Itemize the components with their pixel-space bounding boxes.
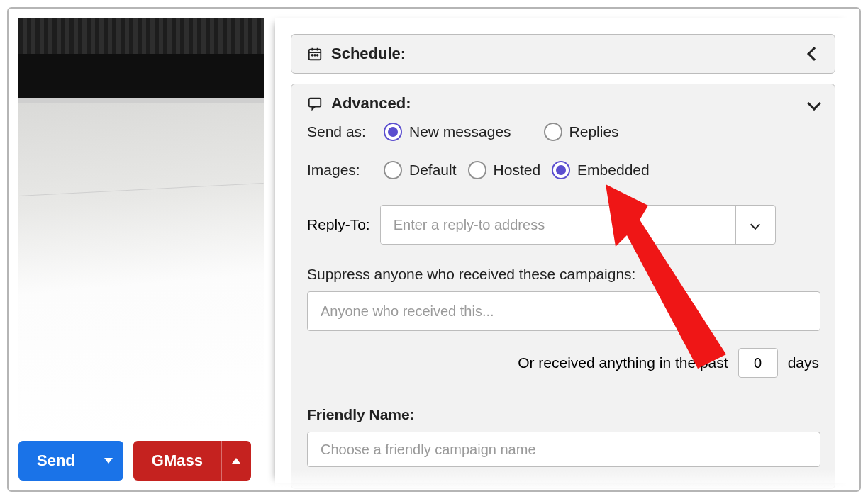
send-as-label: Send as:: [307, 123, 372, 140]
compose-image-preview: [18, 18, 264, 431]
gmass-button-label: GMass: [152, 452, 203, 470]
reply-to-row: Reply-To:: [291, 205, 835, 245]
past-days-row: Or received anything in the past days: [291, 348, 835, 378]
schedule-section[interactable]: Schedule:: [291, 34, 835, 74]
svg-point-5: [314, 55, 316, 56]
radio-images-embedded-label: Embedded: [577, 162, 650, 179]
gmass-button-group: GMass: [133, 441, 251, 481]
advanced-header[interactable]: Advanced:: [291, 84, 835, 118]
reply-to-combo: [380, 205, 776, 245]
chevron-down-icon: [750, 220, 760, 230]
message-icon: [307, 96, 323, 111]
compose-action-buttons: Send GMass: [18, 441, 251, 481]
radio-new-messages[interactable]: New messages: [384, 123, 511, 141]
gmass-button[interactable]: GMass: [133, 441, 221, 481]
send-dropdown-button[interactable]: [94, 441, 123, 481]
advanced-section: Advanced: Send as: New messages Replies: [291, 84, 835, 489]
past-days-input[interactable]: [738, 348, 778, 378]
radio-images-hosted-label: Hosted: [494, 162, 541, 179]
triangle-down-icon: [104, 458, 113, 464]
images-row: Images: Default Hosted Embedded: [291, 157, 835, 184]
svg-point-6: [317, 55, 318, 56]
past-days-prefix: Or received anything in the past: [518, 354, 728, 371]
svg-point-4: [311, 55, 313, 56]
send-button[interactable]: Send: [18, 441, 94, 481]
reply-to-input[interactable]: [381, 206, 735, 244]
screenshot-frame: Schedule: Advanced:: [7, 7, 861, 492]
radio-new-messages-label: New messages: [409, 123, 511, 140]
svg-rect-7: [309, 99, 321, 107]
gmass-dropdown-button[interactable]: [221, 441, 251, 481]
radio-images-default-label: Default: [409, 162, 457, 179]
chevron-down-icon: [807, 96, 821, 111]
send-button-label: Send: [37, 452, 75, 470]
send-as-row: Send as: New messages Replies: [291, 118, 835, 145]
radio-replies-label: Replies: [569, 123, 619, 140]
chevron-left-icon: [807, 47, 821, 61]
calendar-icon: [307, 46, 323, 62]
advanced-title: Advanced:: [331, 94, 411, 113]
reply-to-label: Reply-To:: [307, 216, 370, 233]
triangle-up-icon: [232, 458, 240, 464]
schedule-title: Schedule:: [331, 45, 406, 63]
friendly-name-input[interactable]: [307, 432, 820, 467]
radio-replies[interactable]: Replies: [544, 123, 619, 141]
reply-to-dropdown-button[interactable]: [735, 206, 775, 244]
gmass-settings-panel: Schedule: Advanced:: [275, 18, 851, 483]
radio-images-hosted[interactable]: Hosted: [468, 161, 541, 179]
friendly-name-label: Friendly Name:: [291, 406, 835, 423]
suppress-input[interactable]: [307, 291, 820, 331]
images-label: Images:: [307, 162, 372, 179]
send-button-group: Send: [18, 441, 123, 481]
radio-images-default[interactable]: Default: [384, 161, 457, 179]
radio-images-embedded[interactable]: Embedded: [552, 161, 650, 179]
suppress-label: Suppress anyone who received these campa…: [291, 266, 835, 283]
past-days-suffix: days: [788, 354, 819, 371]
